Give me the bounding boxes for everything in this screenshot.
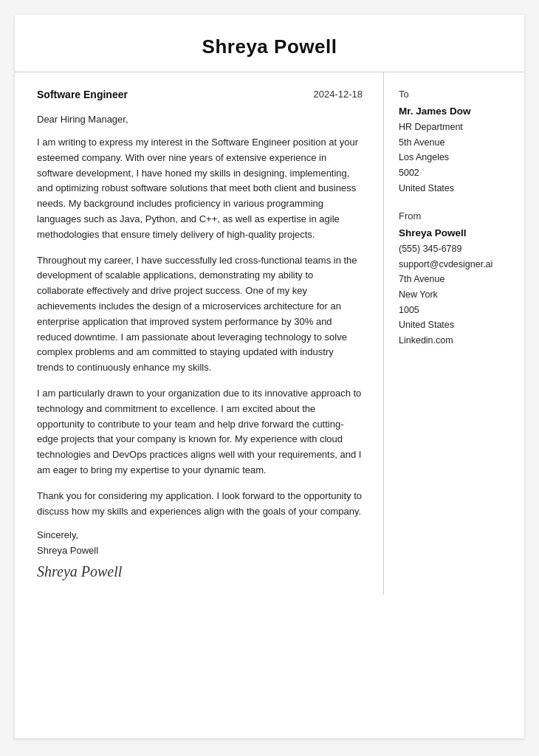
from-label: From xyxy=(399,210,511,221)
recipient-street: 5th Avenue xyxy=(399,135,511,151)
content-area: Software Engineer 2024-12-18 Dear Hiring… xyxy=(15,72,524,595)
letter-paragraph-2: Throughout my career, I have successfull… xyxy=(37,253,363,376)
sender-zip: 1005 xyxy=(399,303,511,318)
sender-city: New York xyxy=(399,287,511,303)
sender-details: (555) 345-6789 support@cvdesigner.ai 7th… xyxy=(399,241,511,348)
closing-name: Shreya Powell xyxy=(37,545,363,556)
signature-cursive: Shreya Powell xyxy=(37,563,363,580)
sender-email: support@cvdesigner.ai xyxy=(399,257,511,272)
recipient-city: Los Angeles xyxy=(399,150,511,165)
letter-date: 2024-12-18 xyxy=(314,89,363,100)
letter-paragraph-3: I am particularly drawn to your organiza… xyxy=(37,386,363,478)
from-section: From Shreya Powell (555) 345-6789 suppor… xyxy=(399,210,511,348)
recipient-country: United States xyxy=(399,181,511,196)
to-label: To xyxy=(399,89,511,100)
letter-paragraph-1: I am writing to express my interest in t… xyxy=(37,135,363,243)
letter-closing: Sincerely, xyxy=(37,529,363,540)
recipient-name: Mr. James Dow xyxy=(399,106,511,117)
recipient-department: HR Department xyxy=(399,120,511,135)
sender-country: United States xyxy=(399,317,511,333)
page-header: Shreya Powell xyxy=(15,15,524,72)
letter-paragraph-4: Thank you for considering my application… xyxy=(37,489,363,520)
job-title-row: Software Engineer 2024-12-18 xyxy=(37,89,363,100)
job-title: Software Engineer xyxy=(37,89,128,100)
sender-street: 7th Avenue xyxy=(399,272,511,287)
sender-phone: (555) 345-6789 xyxy=(399,241,511,257)
recipient-zip: 5002 xyxy=(399,165,511,181)
page-title: Shreya Powell xyxy=(30,35,509,58)
letter-body: Software Engineer 2024-12-18 Dear Hiring… xyxy=(15,72,384,595)
letter-greeting: Dear Hiring Manager, xyxy=(37,114,363,125)
sender-name: Shreya Powell xyxy=(399,227,511,238)
recipient-address: HR Department 5th Avenue Los Angeles 500… xyxy=(399,120,511,196)
to-section: To Mr. James Dow HR Department 5th Avenu… xyxy=(399,89,511,196)
letter-page: Shreya Powell Software Engineer 2024-12-… xyxy=(15,15,524,738)
letter-sidebar: To Mr. James Dow HR Department 5th Avenu… xyxy=(384,72,524,595)
sender-linkedin: Linkedin.com xyxy=(399,333,511,348)
